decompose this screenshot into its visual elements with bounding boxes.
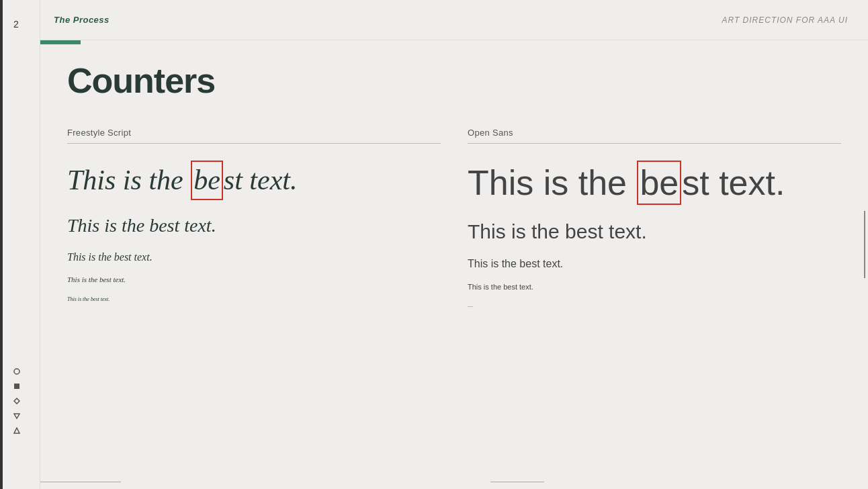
column-open-sans: Open Sans This is the best text. This is… (468, 128, 841, 320)
sans-text-sm: This is the best text. (468, 282, 841, 292)
svg-marker-4 (14, 428, 19, 433)
icon-circle (12, 367, 21, 376)
svg-marker-3 (14, 414, 19, 418)
icon-square (12, 382, 21, 391)
sans-text-md: This is the best text. (468, 257, 841, 271)
bottom-line-right (490, 482, 544, 482)
topbar: The Process Art Direction for AAA UI (40, 0, 868, 40)
sidebar-accent-line (0, 0, 3, 489)
svg-marker-2 (14, 398, 19, 404)
column-divider-freestyle (67, 143, 441, 144)
right-bar-line (864, 211, 865, 278)
main-content: Counters Freestyle Script This is the be… (40, 40, 861, 489)
right-bar (861, 0, 868, 489)
sans-text-xl: This is the best text. (468, 161, 841, 205)
script-text-xl: This is the best text. (67, 161, 441, 200)
bottom-line-left (40, 482, 121, 482)
highlight-be-sans-xl: be (637, 161, 681, 205)
sans-text-lg: This is the best text. (468, 218, 841, 244)
sidebar-icons (12, 367, 21, 435)
icon-triangle-up (12, 426, 21, 435)
script-text-sm: This is the best text. (67, 275, 441, 285)
script-text-md: This is the best text. (67, 250, 441, 265)
icon-triangle-down (12, 411, 21, 420)
sans-text-xs: — (468, 302, 841, 310)
column-divider-sans (468, 143, 841, 144)
svg-point-0 (14, 369, 19, 374)
icon-diamond (12, 396, 21, 406)
column-label-sans: Open Sans (468, 128, 841, 138)
page-title: Counters (67, 60, 841, 101)
script-text-xs: This is the best text. (67, 296, 441, 303)
highlight-be-script-xl: be (191, 161, 223, 200)
topbar-title: The Process (54, 15, 110, 25)
topbar-subtitle: Art Direction for AAA UI (722, 15, 848, 25)
column-freestyle-script: Freestyle Script This is the best text. … (67, 128, 441, 320)
page-number: 2 (13, 19, 19, 30)
svg-rect-1 (14, 384, 19, 389)
script-text-lg: This is the best text. (67, 214, 441, 238)
content-area: Freestyle Script This is the best text. … (67, 128, 841, 320)
sidebar: 2 (0, 0, 40, 489)
column-label-freestyle: Freestyle Script (67, 128, 441, 138)
